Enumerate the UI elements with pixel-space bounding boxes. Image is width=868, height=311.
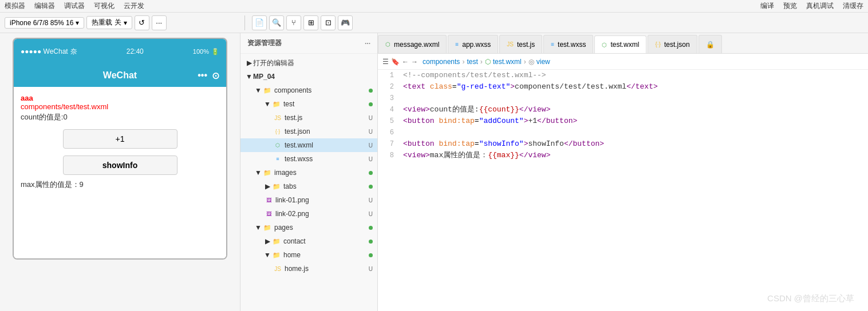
menu-editor[interactable]: 编辑器 bbox=[34, 1, 55, 11]
menu-debugger[interactable]: 调试器 bbox=[64, 1, 85, 11]
menu-device-debug[interactable]: 真机调试 bbox=[806, 1, 834, 11]
menu-icon[interactable]: ☰ bbox=[382, 58, 389, 66]
arrow-icon: ▼ bbox=[245, 73, 253, 81]
tab-test-js[interactable]: JS test.js bbox=[499, 35, 542, 53]
breadcrumb-test-wxml[interactable]: test.wxml bbox=[493, 58, 522, 66]
menu-clear-cache[interactable]: 清缓存 bbox=[843, 1, 863, 11]
folder-tabs[interactable]: ▶ 📁 tabs bbox=[240, 180, 377, 193]
png-file-icon: 🖼 bbox=[263, 211, 274, 217]
tab-test-wxss[interactable]: ≡ test.wxss bbox=[543, 35, 593, 53]
tab-app-wxss[interactable]: ≡ app.wxss bbox=[448, 35, 498, 53]
search-btn[interactable]: 🔍 bbox=[269, 15, 284, 30]
folder-test[interactable]: ▼ 📁 test bbox=[240, 97, 377, 111]
folder-contact[interactable]: ▶ 📁 contact bbox=[240, 234, 377, 248]
wifi-icon: 奈 bbox=[70, 47, 77, 57]
file-badge: U bbox=[369, 211, 377, 217]
folder-components[interactable]: ▼ 📁 components bbox=[240, 83, 377, 97]
folder-pages[interactable]: ▼ 📁 pages bbox=[240, 221, 377, 234]
phone-nav-dots[interactable]: ••• ⊙ bbox=[198, 70, 219, 81]
tab-test-json[interactable]: {·} test.json bbox=[648, 35, 697, 53]
git-btn[interactable]: ⑂ bbox=[286, 15, 301, 30]
menu-preview[interactable]: 预览 bbox=[783, 1, 797, 11]
main-layout: ●●●●● WeChat 奈 22:40 100% 🔋 WeChat ••• ⊙ bbox=[0, 33, 868, 311]
refresh-btn[interactable]: ↺ bbox=[135, 15, 149, 30]
folder-icon: 📁 bbox=[271, 183, 282, 190]
code-content: <button bind:tap="showInfo">showInfo</bu… bbox=[401, 138, 868, 150]
folder-icon: 📁 bbox=[271, 238, 282, 245]
file-test-wxss[interactable]: ≡ test.wxss U bbox=[240, 152, 377, 166]
device-label: iPhone 6/7/8 85% 16 bbox=[10, 19, 73, 27]
code-content: <!--components/test/test.wxml--> bbox=[401, 70, 868, 81]
breadcrumb-view[interactable]: view bbox=[536, 58, 550, 66]
code-line-2: 2 <text class="g-red-text">components/te… bbox=[378, 81, 868, 93]
status-dot bbox=[369, 171, 373, 175]
fullscreen-btn[interactable]: ⊡ bbox=[321, 15, 336, 30]
folder-images[interactable]: ▼ 📁 images bbox=[240, 166, 377, 180]
file-home-js[interactable]: JS home.js U bbox=[240, 262, 377, 276]
bookmark-icon[interactable]: 🔖 bbox=[391, 58, 400, 66]
editor-toolbar: 📄 🔍 ⑂ ⊞ ⊡ 🎮 bbox=[247, 15, 353, 30]
tab-label: test.wxml bbox=[610, 41, 639, 49]
tab-label: test.js bbox=[517, 41, 535, 49]
explorer-header: 资源管理器 ··· bbox=[240, 33, 377, 54]
menu-cloud[interactable]: 云开发 bbox=[124, 1, 144, 11]
section-open-editors[interactable]: ▶ 打开的编辑器 bbox=[240, 56, 377, 70]
code-line-7: 7 <button bind:tap="showInfo">showInfo</… bbox=[378, 138, 868, 150]
file-link02[interactable]: 🖼 link-02.png U bbox=[240, 207, 377, 221]
arrow-icon: ▶ bbox=[263, 237, 271, 245]
code-line-3: 3 bbox=[378, 93, 868, 104]
phone-btn2[interactable]: showInfo bbox=[63, 156, 177, 175]
wxml-tab-icon: ⬡ bbox=[385, 41, 390, 47]
more-btn[interactable]: ··· bbox=[152, 15, 167, 30]
folder-home[interactable]: ▼ 📁 home bbox=[240, 248, 377, 262]
explorer-content: ▶ 打开的编辑器 ▼ MP_04 ▼ 📁 components ▼ 📁 bbox=[240, 54, 377, 311]
code-content: <button bind:tap="addCount">+1</button> bbox=[401, 115, 868, 127]
wxss-tab-icon: ≡ bbox=[551, 41, 554, 47]
file-test-json[interactable]: {·} test.json U bbox=[240, 125, 377, 138]
json-file-icon: {·} bbox=[273, 129, 283, 134]
status-dot bbox=[369, 226, 373, 230]
simulator-toolbar: iPhone 6/7/8 85% 16 ▾ 热重载 关 ▾ ↺ ··· bbox=[5, 15, 245, 30]
tab-lock[interactable]: 🔒 bbox=[699, 35, 722, 53]
editor-breadcrumb: ☰ 🔖 ← → components › test › ⬡ test.wxml … bbox=[378, 54, 868, 70]
phone-btn1[interactable]: +1 bbox=[63, 129, 177, 149]
arrow-icon: ▶ bbox=[263, 182, 271, 190]
code-line-5: 5 <button bind:tap="addCount">+1</button… bbox=[378, 115, 868, 127]
folder-icon: 📁 bbox=[262, 87, 273, 94]
line-number: 3 bbox=[378, 93, 401, 104]
breadcrumb-test[interactable]: test bbox=[467, 58, 478, 66]
file-name: link-01.png bbox=[275, 196, 369, 204]
folder-icon: 📁 bbox=[262, 169, 273, 177]
tab-message-wxml[interactable]: ⬡ message.wxml bbox=[378, 35, 447, 53]
plugin-btn[interactable]: 🎮 bbox=[338, 15, 353, 30]
json-tab-icon: {·} bbox=[655, 41, 660, 47]
explorer-title: 资源管理器 bbox=[247, 38, 282, 48]
section-label: 打开的编辑器 bbox=[253, 58, 377, 68]
forward-btn[interactable]: → bbox=[411, 58, 418, 66]
breadcrumb-components[interactable]: components bbox=[423, 58, 460, 66]
file-badge: U bbox=[369, 142, 377, 149]
folder-icon: 📁 bbox=[271, 101, 282, 108]
signal-dots: ●●●●● WeChat bbox=[21, 47, 68, 55]
hot-reload-btn[interactable]: 热重载 关 ▾ bbox=[86, 16, 132, 29]
phone-frame: ●●●●● WeChat 奈 22:40 100% 🔋 WeChat ••• ⊙ bbox=[13, 38, 227, 260]
section-mp04[interactable]: ▼ MP_04 bbox=[240, 70, 377, 83]
menu-simulator[interactable]: 模拟器 bbox=[5, 1, 25, 11]
explorer-more-icon[interactable]: ··· bbox=[365, 39, 370, 47]
tab-test-wxml[interactable]: ⬡ test.wxml bbox=[594, 35, 646, 54]
back-btn[interactable]: ← bbox=[402, 58, 409, 66]
file-test-wxml[interactable]: ⬡ test.wxml U bbox=[240, 138, 377, 152]
code-editor[interactable]: 1 <!--components/test/test.wxml--> 2 <te… bbox=[378, 70, 868, 311]
split-btn[interactable]: ⊞ bbox=[303, 15, 318, 30]
device-select[interactable]: iPhone 6/7/8 85% 16 ▾ bbox=[5, 17, 84, 29]
file-test-js[interactable]: JS test.js U bbox=[240, 111, 377, 125]
file-name: home.js bbox=[285, 265, 369, 273]
menu-visual[interactable]: 可视化 bbox=[94, 1, 115, 11]
phone-title-bar: WeChat ••• ⊙ bbox=[14, 64, 226, 87]
new-file-btn[interactable]: 📄 bbox=[252, 15, 267, 30]
file-name: test.json bbox=[285, 127, 369, 135]
code-content: <text class="g-red-text">components/test… bbox=[401, 81, 868, 93]
file-link01[interactable]: 🖼 link-01.png U bbox=[240, 193, 377, 207]
menu-compile[interactable]: 编译 bbox=[760, 1, 774, 11]
folder-icon: 📁 bbox=[262, 224, 273, 232]
